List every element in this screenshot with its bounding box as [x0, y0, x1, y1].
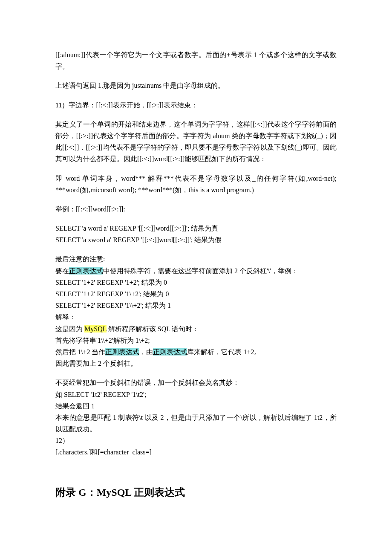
code-line: SELECT '1+2' REGEXP '1\+2'; 结果为 0 — [55, 288, 337, 300]
paragraph: 不要经常犯加一个反斜杠的错误，加一个反斜杠会莫名其妙： — [55, 377, 337, 388]
paragraph: 举例：[[:<:]]word[[:>:]]: — [55, 203, 337, 215]
paragraph: 因此需要加上 2 个反斜杠。 — [55, 358, 337, 369]
code-line: SELECT 'a xword a' REGEXP '[[:<:]]word[[… — [55, 234, 337, 246]
paragraph: 本来的意思是匹配 1 制表符\t 以及 2，但是由于只添加了一个\所以，解析以后… — [55, 412, 337, 435]
code-line: SELECT 'a word a' REGEXP '[[:<:]]word[[:… — [55, 223, 337, 234]
paragraph: 首先将字符串'1\\+2'解析为 1\+2; — [55, 335, 337, 346]
text-run: 中使用特殊字符，需要在这些字符前面添加 2 个反斜杠'\'，举例： — [103, 267, 298, 275]
paragraph: 其定义了一个单词的开始和结束边界，这个单词为字字符，这样[[:<:]]代表这个字… — [55, 119, 337, 165]
paragraph: 11）字边界：[[:<:]]表示开始，[[:>:]]表示结束： — [55, 99, 337, 111]
code-line: SELECT '1+2' REGEXP '1+2'; 结果为 0 — [55, 277, 337, 288]
document-page: [[:alnum:]]代表一个字符它为一个文字或者数字。后面的+号表示 1 个或… — [0, 0, 392, 555]
text-run: ，由 — [139, 348, 153, 356]
paragraph: 12） — [55, 435, 337, 446]
text-run: 解析程序解析该 SQL 语句时： — [107, 325, 199, 332]
paragraph: 然后把 1\+2 当作正则表达式，由正则表达式库来解析，它代表 1+2。 — [55, 346, 337, 358]
text-run: 库来解析，它代表 1+2。 — [187, 348, 261, 356]
highlight-regex: 正则表达式 — [105, 348, 139, 356]
paragraph: 解释： — [55, 311, 337, 323]
text-run: 然后把 1\+2 当作 — [55, 348, 105, 356]
paragraph: 最后注意的注意: — [55, 253, 337, 265]
paragraph: 这是因为 MySQL 解析程序解析该 SQL 语句时： — [55, 323, 337, 335]
highlight-regex: 正则表达式 — [69, 267, 103, 275]
appendix-heading: 附录 G：MySQL 正则表达式 — [55, 484, 337, 501]
paragraph: [[:alnum:]]代表一个字符它为一个文字或者数字。后面的+号表示 1 个或… — [55, 49, 337, 72]
paragraph: 结果会返回 1 — [55, 400, 337, 412]
code-line: 如 SELECT '1t2' REGEXP '1\t2'; — [55, 389, 337, 400]
code-line: SELECT '1+2' REGEXP '1\\+2'; 结果为 1 — [55, 300, 337, 311]
text-run: 这是因为 — [55, 325, 84, 332]
paragraph: 即 word 单词本身，word*** 解释***代表不是字母数字以及_的任何字… — [55, 173, 337, 196]
text-run: 要在 — [55, 267, 69, 275]
highlight-regex: 正则表达式 — [153, 348, 187, 356]
highlight-mysql: MySQL — [84, 325, 107, 332]
paragraph: [.characters.]和[=character_class=] — [55, 446, 337, 458]
paragraph: 要在正则表达式中使用特殊字符，需要在这些字符前面添加 2 个反斜杠'\'，举例： — [55, 265, 337, 277]
paragraph: 上述语句返回 1.那是因为 justalnums 中是由字母组成的。 — [55, 80, 337, 91]
